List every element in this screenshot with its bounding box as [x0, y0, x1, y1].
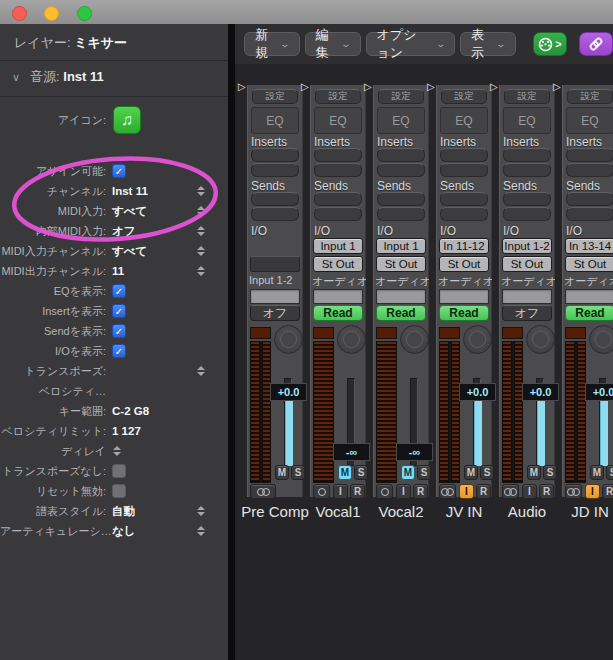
fader-fill[interactable] — [285, 400, 293, 466]
disclosure-triangle-icon[interactable]: ▷ — [553, 81, 561, 92]
pan-knob[interactable] — [274, 325, 303, 354]
pan-knob[interactable] — [337, 325, 366, 354]
automation-mode-button[interactable]: Read — [439, 305, 489, 321]
eq-button[interactable]: EQ — [251, 107, 299, 134]
row-value[interactable]: すべて — [112, 204, 147, 219]
volume-value-box[interactable]: -∞ — [333, 443, 370, 461]
automation-mode-button[interactable]: オフ — [502, 305, 552, 321]
input-slot-button[interactable]: In 13-14 — [565, 238, 613, 254]
mute-button[interactable]: M — [527, 465, 541, 480]
stepper-control[interactable] — [196, 365, 206, 377]
disclosure-triangle-icon[interactable]: ▷ — [301, 81, 309, 92]
group-slot-field[interactable] — [502, 289, 552, 304]
row-value[interactable]: Inst 11 — [112, 185, 148, 197]
volume-value-box[interactable]: +0.0 — [522, 383, 559, 401]
insert-slot[interactable] — [314, 148, 362, 162]
disclosure-triangle-icon[interactable]: ▷ — [490, 81, 498, 92]
checkbox[interactable]: ✓ — [112, 164, 126, 178]
send-slot[interactable] — [251, 207, 299, 221]
group-slot-field[interactable] — [439, 289, 489, 304]
input-slot-button[interactable]: Input 1 — [313, 238, 363, 254]
output-slot-button[interactable]: St Out — [502, 256, 552, 272]
fader-fill[interactable] — [537, 400, 545, 466]
mute-button[interactable]: M — [590, 465, 604, 480]
eq-button[interactable]: EQ — [314, 107, 362, 134]
stepper-control[interactable] — [196, 225, 206, 237]
input-monitor-button[interactable]: I — [333, 484, 348, 499]
disclosure-triangle-icon[interactable]: ▷ — [364, 81, 372, 92]
volume-value-box[interactable]: +0.0 — [585, 383, 613, 401]
insert-slot[interactable] — [566, 163, 613, 177]
send-slot[interactable] — [440, 192, 488, 206]
solo-button[interactable]: S — [354, 465, 368, 480]
format-button[interactable] — [439, 484, 456, 499]
source-section-header[interactable]: ∨ 音源: Inst 11 — [12, 68, 104, 86]
stepper-control[interactable] — [196, 505, 206, 517]
menu-button-オプション[interactable]: オプション⌄ — [366, 32, 456, 56]
format-button[interactable] — [250, 484, 276, 499]
midi-in-button[interactable]: > — [533, 32, 567, 56]
format-button[interactable] — [376, 484, 393, 499]
record-enable-button[interactable]: R — [476, 484, 491, 499]
automation-mode-button[interactable]: Read — [565, 305, 613, 321]
send-slot[interactable] — [314, 207, 362, 221]
input-slot-button[interactable]: Input 1 — [376, 238, 426, 254]
format-button[interactable] — [502, 484, 519, 499]
minimize-button[interactable] — [44, 6, 59, 21]
automation-mode-button[interactable]: オフ — [250, 305, 300, 321]
output-slot-button[interactable]: St Out — [439, 256, 489, 272]
mute-button[interactable]: M — [464, 465, 478, 480]
row-value[interactable]: すべて — [112, 244, 147, 259]
row-value[interactable]: オフ — [112, 224, 136, 239]
channel-name[interactable]: JV IN — [432, 502, 496, 520]
format-button[interactable] — [313, 484, 330, 499]
insert-slot[interactable] — [377, 148, 425, 162]
channel-name[interactable]: Vocal2 — [369, 502, 433, 520]
menu-button-表示[interactable]: 表示⌄ — [460, 32, 516, 56]
automation-mode-button[interactable]: Read — [313, 305, 363, 321]
insert-slot[interactable] — [440, 148, 488, 162]
solo-button[interactable]: S — [417, 465, 431, 480]
input-monitor-button[interactable]: I — [459, 484, 474, 499]
solo-button[interactable]: S — [606, 465, 613, 480]
channel-settings-button[interactable]: 設定 — [441, 89, 487, 104]
row-value[interactable]: 11 — [112, 265, 124, 277]
channel-name[interactable]: Vocal1 — [306, 502, 370, 520]
group-slot-field[interactable] — [376, 289, 426, 304]
mute-button[interactable]: M — [338, 465, 352, 480]
fader-fill[interactable] — [474, 400, 482, 466]
chevron-down-icon[interactable]: ∨ — [12, 71, 20, 84]
record-enable-button[interactable]: R — [413, 484, 428, 499]
output-slot-button[interactable]: St Out — [376, 256, 426, 272]
mute-button[interactable]: M — [401, 465, 415, 480]
send-slot[interactable] — [377, 192, 425, 206]
stepper-control[interactable] — [196, 205, 206, 217]
record-enable-button[interactable]: R — [350, 484, 365, 499]
eq-button[interactable]: EQ — [566, 107, 613, 134]
automation-mode-button[interactable]: Read — [376, 305, 426, 321]
group-slot-field[interactable] — [313, 289, 363, 304]
input-slot-button[interactable]: Input 1-2 — [502, 238, 552, 254]
row-value[interactable]: C-2 G8 — [112, 405, 149, 417]
send-slot[interactable] — [440, 207, 488, 221]
group-slot-field[interactable] — [565, 289, 613, 304]
volume-value-box[interactable]: -∞ — [396, 443, 433, 461]
send-slot[interactable] — [566, 207, 613, 221]
insert-slot[interactable] — [251, 163, 299, 177]
zoom-button[interactable] — [77, 6, 92, 21]
panel-divider[interactable] — [228, 24, 235, 660]
eq-button[interactable]: EQ — [503, 107, 551, 134]
send-slot[interactable] — [377, 207, 425, 221]
volume-value-box[interactable]: +0.0 — [459, 383, 496, 401]
close-button[interactable] — [12, 6, 27, 21]
record-enable-button[interactable]: R — [602, 484, 613, 499]
insert-slot[interactable] — [314, 163, 362, 177]
channel-settings-button[interactable]: 設定 — [504, 89, 550, 104]
row-value[interactable]: なし — [112, 524, 136, 539]
send-slot[interactable] — [566, 192, 613, 206]
channel-name[interactable]: Pre Comp — [243, 502, 307, 520]
eq-button[interactable]: EQ — [440, 107, 488, 134]
checkbox[interactable] — [112, 484, 126, 498]
disclosure-triangle-icon[interactable]: ▷ — [427, 81, 435, 92]
pan-knob[interactable] — [589, 325, 613, 354]
